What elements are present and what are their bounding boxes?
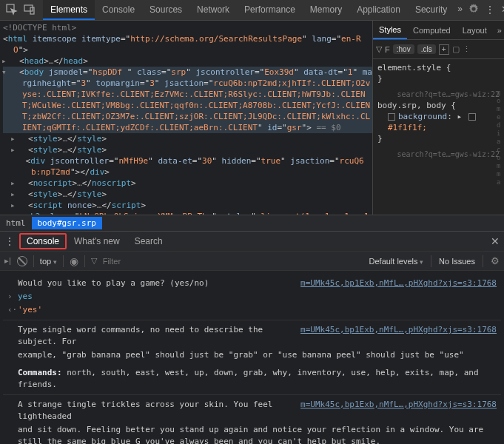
color-swatch[interactable] bbox=[468, 113, 476, 121]
console-input-1: yes bbox=[18, 291, 497, 303]
styles-more-icon[interactable]: » bbox=[493, 26, 504, 35]
console-line-4: Type single word commands, no need to de… bbox=[18, 324, 295, 348]
svg-rect-1 bbox=[24, 5, 33, 11]
dom-body-selected[interactable]: <body jsmodel="hspDDf " class="srp" jsco… bbox=[3, 67, 372, 133]
devtools-topbar: Elements Console Sources Network Perform… bbox=[0, 0, 504, 21]
console-settings-icon[interactable]: ⚙ bbox=[491, 255, 500, 266]
log-levels-selector[interactable]: Default levels bbox=[369, 257, 424, 266]
dom-style3[interactable]: <style>…</style> bbox=[3, 189, 372, 200]
console-output[interactable]: Would you like to play a game? (yes/no) … bbox=[0, 271, 504, 444]
styles-tab-styles[interactable]: Styles bbox=[373, 21, 407, 39]
dom-html[interactable]: <html itemscope itemtype="http://schema.… bbox=[3, 34, 361, 55]
breadcrumb: html body#gsr.srp bbox=[0, 215, 504, 231]
filter-label: F bbox=[385, 45, 390, 54]
dom-script[interactable]: <script nonce>…</script> bbox=[3, 200, 372, 211]
tab-console[interactable]: Console bbox=[95, 0, 142, 20]
styles-pane: Styles Computed Layout » ▽ F :hov .cls +… bbox=[372, 21, 504, 215]
inspect-icon[interactable] bbox=[6, 4, 18, 17]
panel-tabs: Elements Console Sources Network Perform… bbox=[43, 0, 454, 20]
dom-h2[interactable]: <h2 class="bNg8Rb OhScic zsYMMe BBwThe" … bbox=[3, 211, 372, 215]
live-expression-icon[interactable]: ◉ bbox=[70, 255, 78, 267]
breadcrumb-body[interactable]: body#gsr.srp bbox=[32, 217, 102, 229]
dom-div-hidden[interactable]: <div jscontroller="nMfH9e" data-et="30" … bbox=[3, 155, 372, 178]
drawer-tab-search[interactable]: Search bbox=[127, 233, 170, 249]
tab-application[interactable]: Application bbox=[349, 0, 408, 20]
sidebar-toggle-icon[interactable]: ▸| bbox=[4, 256, 11, 266]
rule-source-1[interactable]: search?q=te…=gws-wiz:22 bbox=[397, 89, 500, 100]
styles-tab-computed[interactable]: Computed bbox=[407, 26, 457, 35]
styles-toolbar: ▽ F :hov .cls + ▢ ⋮ bbox=[373, 40, 504, 59]
console-source-1[interactable]: m=UMk45c,bp1Exb,nMfL…,pHXghd?xjs=s3:1768 bbox=[300, 278, 497, 289]
console-source-3[interactable]: m=UMk45c,bp1Exb,nMfL…,pHXghd?xjs=s3:1768 bbox=[300, 399, 497, 423]
drawer-tab-whatsnew[interactable]: What's new bbox=[67, 233, 127, 249]
filter-funnel-icon: ▽ bbox=[91, 256, 97, 266]
console-line-5: Commands: north, south, east, west, up, … bbox=[18, 367, 497, 391]
clear-console-icon[interactable] bbox=[17, 256, 27, 266]
rule-selector-1[interactable]: body.srp, body { bbox=[377, 101, 456, 110]
output-marker-icon: ‹· bbox=[7, 304, 18, 316]
more-tabs-icon[interactable]: » bbox=[457, 4, 463, 17]
issues-badge[interactable]: No Issues bbox=[439, 257, 475, 266]
rule-source-2[interactable]: search?q=te…=gws-wiz:22 bbox=[397, 149, 500, 160]
device-icon[interactable] bbox=[24, 4, 36, 17]
console-source-2[interactable]: m=UMk45c,bp1Exb,nMfL…,pHXghd?xjs=s3:1768 bbox=[300, 324, 497, 348]
styles-kebab-icon[interactable]: ⋮ bbox=[463, 44, 471, 54]
tab-performance[interactable]: Performance bbox=[237, 0, 303, 20]
drawer-close-icon[interactable]: ✕ bbox=[491, 235, 500, 247]
console-toolbar: ▸| top ◉ ▽ Default levels No Issues ⚙ bbox=[0, 252, 504, 271]
breadcrumb-html[interactable]: html bbox=[0, 217, 32, 229]
input-marker-icon: › bbox=[7, 291, 18, 303]
elements-tree[interactable]: <!DOCTYPE html> <html itemscope itemtype… bbox=[0, 21, 372, 215]
console-line-1: Would you like to play a game? (yes/no) bbox=[18, 278, 295, 289]
drawer-tabs: ⋮ Console What's new Search ✕ bbox=[0, 231, 504, 252]
close-icon[interactable]: ✕ bbox=[501, 4, 504, 17]
tab-elements[interactable]: Elements bbox=[43, 0, 95, 20]
tab-sources[interactable]: Sources bbox=[142, 0, 189, 20]
tab-security[interactable]: Security bbox=[408, 0, 454, 20]
rule-prop-1[interactable]: background: ▸ #1f1f1f; bbox=[377, 111, 500, 133]
drawer-tab-console[interactable]: Console bbox=[19, 233, 67, 249]
hov-toggle[interactable]: :hov bbox=[393, 44, 414, 54]
tab-network[interactable]: Network bbox=[189, 0, 237, 20]
styles-tabs: Styles Computed Layout » bbox=[373, 21, 504, 40]
dom-doctype: <!DOCTYPE html> bbox=[3, 23, 76, 33]
prop-checkbox[interactable] bbox=[388, 113, 395, 121]
filter-input[interactable] bbox=[103, 257, 177, 266]
console-line-4b: example, "grab banana peel" should just … bbox=[18, 349, 497, 361]
new-style-rule-icon[interactable]: + bbox=[439, 44, 449, 55]
settings-icon[interactable] bbox=[468, 4, 479, 17]
styles-tab-layout[interactable]: Layout bbox=[457, 26, 493, 35]
context-selector[interactable]: top bbox=[40, 257, 57, 266]
dom-style2[interactable]: <style>…</style> bbox=[3, 144, 372, 155]
cls-toggle[interactable]: .cls bbox=[417, 44, 436, 54]
styles-pin-icon[interactable]: ▢ bbox=[452, 44, 460, 54]
filter-icon[interactable]: ▽ bbox=[376, 44, 382, 54]
rule-element-style[interactable]: element.style { bbox=[377, 63, 451, 73]
dom-noscript[interactable]: <noscript>…</noscript> bbox=[3, 178, 372, 189]
styles-rules[interactable]: element.style {} search?q=te…=gws-wiz:22… bbox=[373, 59, 504, 215]
console-line-6a: A strange tingle trickles across your sk… bbox=[18, 399, 295, 423]
tab-memory[interactable]: Memory bbox=[303, 0, 349, 20]
console-line-6b: and sit down. Feeling better you stand u… bbox=[18, 424, 497, 444]
dom-style1[interactable]: <style>…</style> bbox=[3, 133, 372, 144]
kebab-icon[interactable]: ⋮ bbox=[485, 4, 495, 17]
dom-head[interactable]: <head>…</head> bbox=[19, 56, 88, 66]
drawer-menu-icon[interactable]: ⋮ bbox=[4, 235, 15, 247]
text-overlay: g o m e d i a c o m m a bbox=[497, 89, 503, 186]
console-output-1: 'yes' bbox=[18, 304, 497, 316]
